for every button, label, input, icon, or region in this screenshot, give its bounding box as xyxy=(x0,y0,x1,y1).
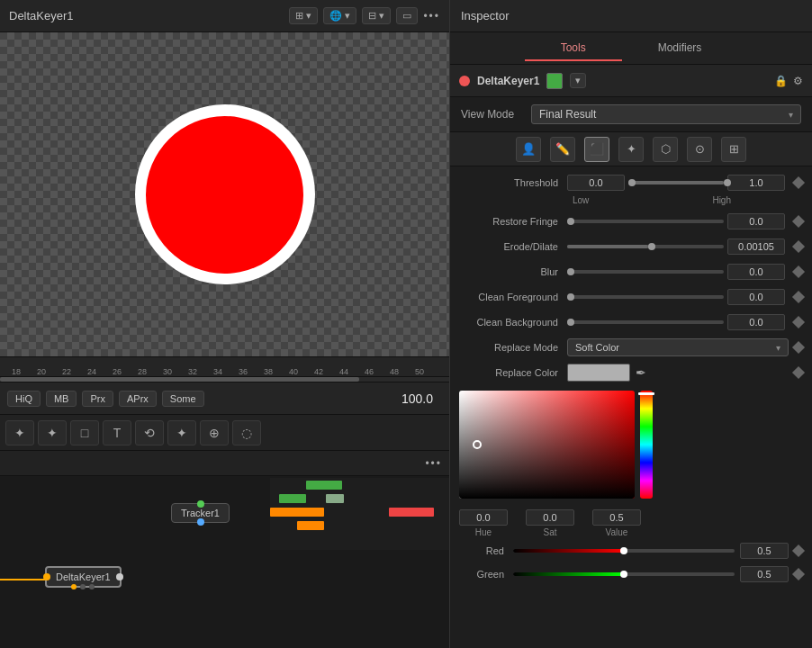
tool-icon-circle[interactable]: ⊙ xyxy=(687,137,712,162)
threshold-handle-right[interactable] xyxy=(724,179,731,186)
deltakeyer-node[interactable]: DeltaKeyer1 xyxy=(45,566,122,588)
strip-block xyxy=(279,494,306,503)
tracker-node[interactable]: Tracker1 xyxy=(171,503,230,523)
red-value[interactable]: 0.5 xyxy=(740,543,789,559)
replace-color-swatch[interactable] xyxy=(567,364,630,382)
tool-icon-person[interactable]: 👤 xyxy=(516,137,541,162)
strip-row-3 xyxy=(270,506,449,518)
poly-tool-btn[interactable]: T xyxy=(103,420,131,446)
blur-keyframe-btn[interactable] xyxy=(792,266,805,278)
erode-dilate-row: Erode/Dilate 0.00105 xyxy=(450,234,812,259)
erode-dilate-keyframe-btn[interactable] xyxy=(792,240,805,253)
red-slider[interactable] xyxy=(513,549,735,553)
particle-tool-btn[interactable]: ✦ xyxy=(167,420,196,446)
tool-icon-grid[interactable]: ⊞ xyxy=(721,137,746,162)
threshold-handle-left[interactable] xyxy=(628,179,636,186)
prx-button[interactable]: Prx xyxy=(82,391,113,407)
node-color-swatch[interactable] xyxy=(546,73,563,89)
tab-tools[interactable]: Tools xyxy=(525,36,622,61)
restore-fringe-label: Restore Fringe xyxy=(459,216,558,227)
select-tool-btn[interactable]: ✦ xyxy=(5,420,34,446)
view-mode-select[interactable]: Final Result ▾ xyxy=(531,104,801,124)
erode-dilate-handle[interactable] xyxy=(648,243,655,250)
erode-dilate-slider[interactable] xyxy=(567,245,724,248)
threshold-slider[interactable] xyxy=(628,181,724,184)
tool-icon-poly[interactable]: ⬡ xyxy=(653,137,678,162)
node-tool-btn[interactable]: ⟲ xyxy=(135,420,164,446)
restore-fringe-keyframe-btn[interactable] xyxy=(792,215,805,228)
value-input[interactable]: 0.5 xyxy=(592,509,641,526)
viewer-grid-btn[interactable]: ⊟ ▾ xyxy=(362,7,391,24)
hue-input[interactable]: 0.0 xyxy=(459,509,508,526)
green-value[interactable]: 0.5 xyxy=(740,566,789,582)
clean-background-slider[interactable] xyxy=(567,320,724,324)
ruler-mark: 24 xyxy=(79,367,104,376)
hue-handle[interactable] xyxy=(638,392,654,395)
clean-foreground-value[interactable]: 0.0 xyxy=(727,289,785,305)
mb-button[interactable]: MB xyxy=(46,391,77,407)
viewer-rect-btn[interactable]: ▭ xyxy=(396,7,418,24)
hue-slider[interactable] xyxy=(640,391,653,499)
node-header-actions: 🔒 ⚙ xyxy=(774,75,803,87)
threshold-label: Threshold xyxy=(459,177,558,188)
timeline-scroll-handle[interactable] xyxy=(0,377,359,382)
node-editor-more-btn[interactable]: ••• xyxy=(425,457,442,470)
threshold-fill xyxy=(628,181,724,184)
erode-dilate-slider-area: 0.00105 xyxy=(567,238,803,255)
tool-icon-mask[interactable]: ⬛ xyxy=(584,137,609,162)
green-slider-handle[interactable] xyxy=(620,571,627,578)
threshold-high-value[interactable]: 1.0 xyxy=(727,175,785,191)
sat-input[interactable]: 0.0 xyxy=(526,509,574,526)
tracker-tool-btn[interactable]: ⊕ xyxy=(200,420,229,446)
timeline-scroll[interactable] xyxy=(0,376,449,382)
hiq-button[interactable]: HiQ xyxy=(7,391,41,407)
hue-value-group: 0.0 Hue xyxy=(459,509,508,537)
tool-icon-brush[interactable]: ✏️ xyxy=(550,137,575,162)
clean-foreground-slider[interactable] xyxy=(567,295,724,299)
viewer-more-btn[interactable]: ••• xyxy=(423,10,440,22)
tab-modifiers[interactable]: Modifiers xyxy=(622,36,738,61)
replace-mode-select[interactable]: Soft Color ▾ xyxy=(567,338,789,356)
clean-background-handle[interactable] xyxy=(567,319,574,326)
threshold-low-value[interactable]: 0.0 xyxy=(567,175,625,191)
clean-foreground-keyframe-btn[interactable] xyxy=(792,291,805,303)
restore-fringe-handle[interactable] xyxy=(567,218,574,225)
erode-dilate-value[interactable]: 0.00105 xyxy=(727,238,785,255)
warp-tool-btn[interactable]: ◌ xyxy=(232,420,261,446)
replace-color-keyframe-btn[interactable] xyxy=(792,366,805,379)
viewer-globe-btn[interactable]: 🌐 ▾ xyxy=(323,7,356,24)
node-header-expand-btn[interactable]: ▾ xyxy=(570,73,586,88)
settings-icon[interactable]: ⚙ xyxy=(793,75,803,87)
eyedropper-icon[interactable]: ✒ xyxy=(636,365,646,380)
tracker-node-label: Tracker1 xyxy=(181,508,220,518)
clean-background-keyframe-btn[interactable] xyxy=(792,316,805,328)
some-button[interactable]: Some xyxy=(162,391,204,407)
color-picker-area xyxy=(450,385,812,504)
restore-fringe-slider[interactable] xyxy=(567,220,724,223)
threshold-keyframe-btn[interactable] xyxy=(792,176,805,189)
lock-icon[interactable]: 🔒 xyxy=(774,75,788,87)
paint-tool-btn[interactable]: ✦ xyxy=(38,420,67,446)
threshold-row: Threshold 0.0 1.0 xyxy=(450,170,812,195)
color-gradient-cursor[interactable] xyxy=(473,440,482,449)
red-keyframe-btn[interactable] xyxy=(792,544,805,557)
tool-icon-wand[interactable]: ✦ xyxy=(618,137,644,162)
clean-foreground-handle[interactable] xyxy=(567,293,574,301)
red-slider-handle[interactable] xyxy=(620,547,627,554)
clean-background-value[interactable]: 0.0 xyxy=(727,314,785,330)
restore-fringe-value[interactable]: 0.0 xyxy=(727,213,785,230)
color-gradient-field[interactable] xyxy=(459,391,635,499)
replace-mode-keyframe-btn[interactable] xyxy=(792,341,805,354)
replace-mode-row: Replace Mode Soft Color ▾ xyxy=(450,335,812,360)
shape-tool-btn[interactable]: □ xyxy=(70,420,99,446)
blur-handle[interactable] xyxy=(567,268,574,275)
blur-value[interactable]: 0.0 xyxy=(727,264,785,280)
deltakeyer-bottom-dot-2 xyxy=(80,584,86,590)
replace-mode-value: Soft Color xyxy=(575,342,619,353)
aprx-button[interactable]: APrx xyxy=(119,391,157,407)
green-slider[interactable] xyxy=(513,572,735,576)
green-keyframe-btn[interactable] xyxy=(792,568,805,580)
blur-slider[interactable] xyxy=(567,270,724,274)
node-canvas: Tracker1 DeltaKeyer1 xyxy=(0,476,449,648)
viewer-layout-btn[interactable]: ⊞ ▾ xyxy=(289,7,318,24)
